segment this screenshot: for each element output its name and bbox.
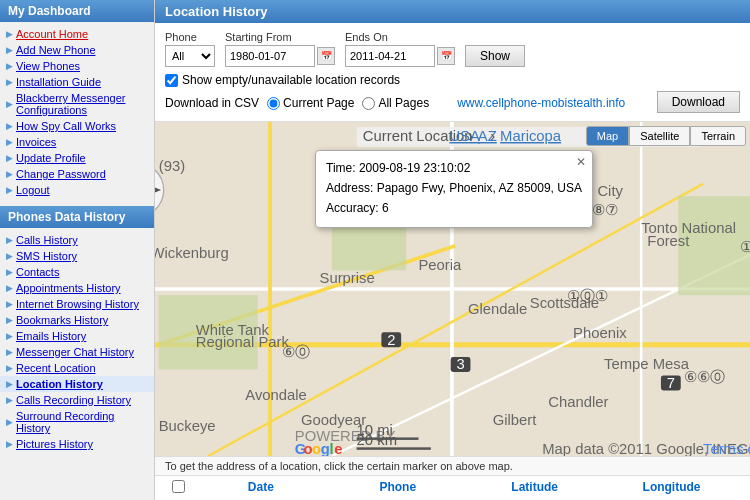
- svg-text:20 km: 20 km: [357, 432, 397, 448]
- sidebar-item-pictures[interactable]: ▶ Pictures History: [0, 436, 154, 452]
- arrow-icon: ▶: [6, 235, 13, 245]
- phones-data-items: ▶ Calls History ▶ SMS History ▶ Contacts…: [0, 228, 154, 456]
- sidebar-item-update-profile[interactable]: ▶ Update Profile: [0, 150, 154, 166]
- sidebar-item-spy-call[interactable]: ▶ How Spy Call Works: [0, 118, 154, 134]
- table-col-phone[interactable]: Phone: [329, 480, 466, 496]
- my-dashboard-header: My Dashboard: [0, 0, 154, 22]
- arrow-icon: ▶: [6, 299, 13, 309]
- all-pages-radio[interactable]: [362, 97, 375, 110]
- sidebar-item-appointments[interactable]: ▶ Appointments History: [0, 280, 154, 296]
- svg-text:l: l: [329, 441, 333, 456]
- sidebar-item-blackberry[interactable]: ▶ Blackberry Messenger Configurations: [0, 90, 154, 118]
- site-link[interactable]: www.cellphone-mobistealth.info: [457, 96, 625, 110]
- sidebar-item-account-home[interactable]: ▶ Account Home: [0, 26, 154, 42]
- sidebar-item-installation-guide[interactable]: ▶ Installation Guide: [0, 74, 154, 90]
- sidebar-item-label: How Spy Call Works: [16, 120, 116, 132]
- sidebar-item-label: Change Password: [16, 168, 106, 180]
- sidebar-item-emails[interactable]: ▶ Emails History: [0, 328, 154, 344]
- phone-select[interactable]: All: [165, 45, 215, 67]
- table-col-longitude[interactable]: Longitude: [603, 480, 740, 496]
- csv-options: Download in CSV Current Page All Pages w…: [165, 96, 625, 110]
- sidebar-item-label: View Phones: [16, 60, 80, 72]
- my-dashboard-items: ▶ Account Home ▶ Add New Phone ▶ View Ph…: [0, 22, 154, 202]
- svg-text:Chandler: Chandler: [548, 394, 608, 410]
- svg-text:⑥⓪: ⑥⓪: [282, 344, 310, 360]
- starting-from-group: Starting From 📅: [225, 31, 335, 67]
- sidebar-item-contacts[interactable]: ▶ Contacts: [0, 264, 154, 280]
- sidebar-item-label: Emails History: [16, 330, 86, 342]
- sidebar-item-view-phones[interactable]: ▶ View Phones: [0, 58, 154, 74]
- sidebar-item-invoices[interactable]: ▶ Invoices: [0, 134, 154, 150]
- sidebar: My Dashboard ▶ Account Home ▶ Add New Ph…: [0, 0, 155, 500]
- current-page-radio[interactable]: [267, 97, 280, 110]
- show-empty-label: Show empty/unavailable location records: [182, 73, 400, 87]
- show-empty-checkbox[interactable]: [165, 74, 178, 87]
- sidebar-item-add-phone[interactable]: ▶ Add New Phone: [0, 42, 154, 58]
- sidebar-item-messenger[interactable]: ▶ Messenger Chat History: [0, 344, 154, 360]
- download-button[interactable]: Download: [657, 91, 740, 113]
- phones-data-header: Phones Data History: [0, 206, 154, 228]
- sidebar-item-label: Appointments History: [16, 282, 121, 294]
- map-btn-satellite[interactable]: Satellite: [629, 126, 690, 146]
- svg-text:Forest: Forest: [647, 233, 690, 249]
- map-btn-terrain[interactable]: Terrain: [690, 126, 746, 146]
- table-col-date[interactable]: Date: [192, 480, 329, 496]
- table-header: Date Phone Latitude Longitude: [155, 475, 750, 500]
- table-select-all[interactable]: [172, 480, 185, 493]
- sidebar-item-change-password[interactable]: ▶ Change Password: [0, 166, 154, 182]
- sidebar-item-browsing[interactable]: ▶ Internet Browsing History: [0, 296, 154, 312]
- arrow-icon: ▶: [6, 185, 13, 195]
- ends-on-input[interactable]: [345, 45, 435, 67]
- sidebar-item-location-history[interactable]: ▶ Location History: [0, 376, 154, 392]
- svg-text:Peoria: Peoria: [418, 257, 462, 273]
- sidebar-item-surround-recording[interactable]: ▶ Surround Recording History: [0, 408, 154, 436]
- calendar-icon-end[interactable]: 📅: [437, 47, 455, 65]
- arrow-icon: ▶: [6, 315, 13, 325]
- starting-from-input[interactable]: [225, 45, 315, 67]
- sidebar-item-label: Add New Phone: [16, 44, 96, 56]
- controls-area: Phone All Starting From 📅 Ends On: [155, 23, 750, 122]
- popup-close-icon[interactable]: ✕: [576, 155, 586, 169]
- svg-rect-10: [332, 221, 406, 270]
- arrow-icon: ▶: [6, 331, 13, 341]
- sidebar-item-label: Contacts: [16, 266, 59, 278]
- arrow-icon: ▶: [6, 347, 13, 357]
- arrow-icon: ▶: [6, 169, 13, 179]
- sidebar-item-recent-location[interactable]: ▶ Recent Location: [0, 360, 154, 376]
- current-page-label[interactable]: Current Page: [267, 96, 354, 110]
- all-pages-label[interactable]: All Pages: [362, 96, 429, 110]
- svg-text:⑥⑥⓪: ⑥⑥⓪: [684, 369, 725, 385]
- sidebar-item-sms-history[interactable]: ▶ SMS History: [0, 248, 154, 264]
- map-popup: ✕ Time: 2009-08-19 23:10:02 Address: Pap…: [315, 150, 593, 228]
- svg-text:(93): (93): [159, 158, 185, 174]
- download-csv-label: Download in CSV: [165, 96, 259, 110]
- sidebar-item-calls-history[interactable]: ▶ Calls History: [0, 232, 154, 248]
- arrow-icon: ▶: [6, 77, 13, 87]
- sidebar-item-logout[interactable]: ▶ Logout: [0, 182, 154, 198]
- calendar-icon-start[interactable]: 📅: [317, 47, 335, 65]
- starting-from-label: Starting From: [225, 31, 335, 43]
- arrow-icon: ▶: [6, 379, 13, 389]
- current-page-text: Current Page: [283, 96, 354, 110]
- controls-row1: Phone All Starting From 📅 Ends On: [165, 31, 740, 67]
- table-col-latitude[interactable]: Latitude: [466, 480, 603, 496]
- map-btn-map[interactable]: Map: [586, 126, 629, 146]
- arrow-icon: ▶: [6, 395, 13, 405]
- show-button[interactable]: Show: [465, 45, 525, 67]
- sidebar-item-calls-recording[interactable]: ▶ Calls Recording History: [0, 392, 154, 408]
- svg-text:USA: USA: [449, 128, 480, 144]
- svg-text:Glendale: Glendale: [468, 301, 527, 317]
- popup-address: Address: Papago Fwy, Phoenix, AZ 85009, …: [326, 179, 582, 197]
- arrow-icon: ▶: [6, 439, 13, 449]
- svg-text:Maricopa: Maricopa: [500, 128, 562, 144]
- sidebar-item-label: Messenger Chat History: [16, 346, 134, 358]
- table-col-checkbox: [165, 480, 192, 496]
- sidebar-item-label: Installation Guide: [16, 76, 101, 88]
- sidebar-item-label: Recent Location: [16, 362, 96, 374]
- map-type-buttons: Map Satellite Terrain: [586, 126, 746, 146]
- arrow-icon: ▶: [6, 417, 13, 427]
- arrow-icon: ▶: [6, 363, 13, 373]
- phone-label: Phone: [165, 31, 215, 43]
- sidebar-item-label: Invoices: [16, 136, 56, 148]
- sidebar-item-bookmarks[interactable]: ▶ Bookmarks History: [0, 312, 154, 328]
